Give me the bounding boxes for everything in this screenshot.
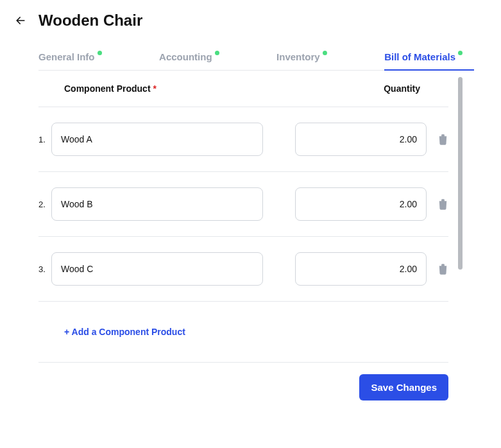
- tab-bill-of-materials[interactable]: Bill of Materials: [384, 42, 463, 70]
- table-row: 2.: [38, 172, 448, 237]
- quantity-input[interactable]: [295, 187, 427, 221]
- tab-label: General Info: [38, 51, 95, 62]
- scrollbar[interactable]: [458, 77, 463, 270]
- trash-icon[interactable]: [427, 198, 448, 211]
- table-row: 1.: [38, 107, 448, 172]
- quantity-input[interactable]: [295, 123, 427, 156]
- tabs: General InfoAccountingInventoryBill of M…: [38, 42, 463, 71]
- component-product-input[interactable]: [51, 187, 263, 221]
- tab-accounting[interactable]: Accounting: [159, 42, 219, 70]
- status-dot-icon: [323, 51, 327, 55]
- status-dot-icon: [458, 51, 463, 55]
- tab-label: Accounting: [159, 51, 212, 62]
- row-index: 3.: [38, 264, 51, 274]
- tab-inventory[interactable]: Inventory: [276, 42, 327, 70]
- status-dot-icon: [215, 51, 219, 55]
- component-product-input[interactable]: [51, 123, 263, 156]
- table-row: 3.: [38, 237, 448, 302]
- tab-general-info[interactable]: General Info: [38, 42, 102, 70]
- page-title: Wooden Chair: [38, 12, 142, 30]
- row-index: 2.: [38, 200, 51, 209]
- tab-label: Bill of Materials: [384, 51, 455, 62]
- component-product-input[interactable]: [51, 252, 263, 286]
- table-header: Component Product * Quantity: [38, 71, 448, 107]
- required-mark: *: [153, 83, 156, 94]
- column-header-product: Component Product *: [64, 83, 295, 94]
- save-button[interactable]: Save Changes: [359, 374, 448, 401]
- back-arrow-icon[interactable]: [13, 13, 28, 28]
- add-component-button[interactable]: + Add a Component Product: [64, 327, 185, 337]
- tab-label: Inventory: [276, 51, 320, 62]
- status-dot-icon: [98, 51, 102, 55]
- trash-icon[interactable]: [427, 134, 448, 146]
- row-index: 1.: [38, 135, 51, 144]
- trash-icon[interactable]: [427, 263, 448, 275]
- column-header-quantity: Quantity: [295, 83, 427, 94]
- quantity-input[interactable]: [295, 252, 427, 286]
